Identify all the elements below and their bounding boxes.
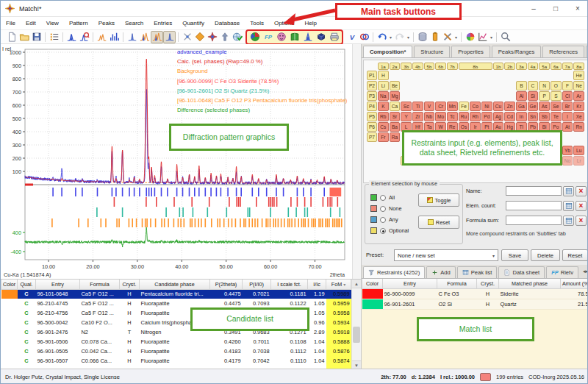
- element-cell-C[interactable]: C: [528, 81, 539, 90]
- reference-database-icon[interactable]: [288, 31, 301, 43]
- menu-search[interactable]: Search: [120, 18, 148, 28]
- match-col-entry[interactable]: Entry: [383, 279, 437, 288]
- element-cell-As[interactable]: As: [539, 102, 550, 111]
- redo-menu-icon[interactable]: ▾: [406, 35, 411, 40]
- pattern-options-menu-icon[interactable]: ▾: [489, 35, 494, 40]
- match-col-color[interactable]: Color: [362, 279, 383, 288]
- candidate-col-i-ic[interactable]: I/Ic: [308, 280, 326, 289]
- tab-properties[interactable]: Properties: [451, 46, 490, 57]
- tools-icon[interactable]: [441, 31, 453, 43]
- group-header-5b[interactable]: 5b: [424, 63, 435, 70]
- element-cell-Sn[interactable]: Sn: [528, 112, 539, 121]
- element-cell-Sc[interactable]: Sc: [401, 102, 412, 111]
- tab-add[interactable]: Add: [426, 266, 456, 278]
- candidate-col-p-i-i0-[interactable]: P(I/I0): [243, 280, 271, 289]
- element-cell-At[interactable]: At: [562, 122, 573, 132]
- group-header-2b[interactable]: 2b: [504, 63, 515, 70]
- elem-count-picker-icon[interactable]: [563, 201, 574, 211]
- group-header-7a[interactable]: 7a: [562, 63, 573, 70]
- element-cell-Rn[interactable]: Rn: [573, 122, 584, 132]
- group-header-4b[interactable]: 4b: [412, 63, 423, 70]
- reset-preset-button[interactable]: Reset: [562, 249, 588, 261]
- element-cell-Lr[interactable]: Lr: [573, 156, 584, 166]
- period-button-P2[interactable]: P2: [367, 81, 377, 90]
- menu-tools[interactable]: Tools: [245, 18, 269, 28]
- element-cell-Ba[interactable]: Ba: [390, 122, 401, 132]
- element-cell-Mo[interactable]: Mo: [435, 112, 446, 121]
- element-cell-Li[interactable]: Li: [378, 81, 389, 90]
- element-cell-Ar[interactable]: Ar: [573, 91, 584, 101]
- element-cell-Te[interactable]: Te: [551, 112, 562, 121]
- element-cell-Cl[interactable]: Cl: [562, 91, 573, 101]
- search-match-icon[interactable]: [275, 31, 287, 43]
- tab-peak-list[interactable]: Peak list: [457, 266, 498, 278]
- element-cell-Ag[interactable]: Ag: [493, 112, 504, 121]
- element-cell-Rb[interactable]: Rb: [378, 112, 389, 121]
- match-col-amount-[interactable]: Amount (%) ▾: [561, 279, 588, 288]
- minimize-button[interactable]: –: [523, 1, 545, 16]
- element-cell-Zn[interactable]: Zn: [504, 102, 515, 111]
- element-cell-Ni[interactable]: Ni: [481, 102, 492, 111]
- group-header-1a[interactable]: 1a: [378, 63, 389, 70]
- search-match-star-icon[interactable]: [206, 31, 218, 43]
- menu-peaks[interactable]: Peaks: [93, 18, 120, 28]
- period-button-P3[interactable]: P3: [367, 91, 377, 101]
- element-cell-Ne[interactable]: Ne: [573, 81, 584, 90]
- match-table[interactable]: ColorEntryFormulaCryst.Matched phaseAmou…: [362, 279, 588, 310]
- element-cell-Kr[interactable]: Kr: [573, 102, 584, 111]
- candidate-col-candidate-phase[interactable]: Candidate phase: [140, 280, 210, 289]
- period-button-P1[interactable]: P1: [367, 71, 377, 80]
- element-cell-Xe[interactable]: Xe: [573, 112, 584, 121]
- undo-menu-icon[interactable]: ▾: [388, 35, 393, 40]
- element-cell-Ca[interactable]: Ca: [390, 102, 401, 111]
- element-cell-Cs[interactable]: Cs: [378, 122, 389, 132]
- scroll-thumb[interactable]: [353, 327, 360, 343]
- menu-edit[interactable]: Edit: [21, 18, 41, 28]
- candidate-scrollbar[interactable]: ▲ ▼: [351, 280, 361, 369]
- group-header-8a[interactable]: 8a: [573, 63, 584, 70]
- candidate-col-color[interactable]: Color: [1, 280, 18, 289]
- delete-preset-button[interactable]: Delete: [531, 249, 560, 261]
- element-cell-Ra[interactable]: Ra: [390, 132, 401, 142]
- tab-peaks-ranges[interactable]: Peaks/Ranges: [492, 46, 541, 57]
- candidate-col-fom[interactable]: FoM ▾: [326, 280, 351, 289]
- element-cell-Al[interactable]: Al: [516, 91, 527, 101]
- quantitative-analysis-icon[interactable]: [248, 31, 261, 43]
- diffraction-chart[interactable]: 100200300400500600700800900100010.0020.0…: [1, 44, 361, 279]
- import-arrow-icon[interactable]: [218, 31, 231, 43]
- element-cell-Pd[interactable]: Pd: [481, 112, 492, 121]
- menu-database[interactable]: Database: [209, 18, 245, 28]
- element-cell-Ge[interactable]: Ge: [528, 102, 539, 111]
- element-cell-Si[interactable]: Si: [528, 91, 539, 101]
- match-col-cryst-[interactable]: Cryst.: [477, 279, 499, 288]
- element-cell-Yb[interactable]: Yb: [562, 146, 573, 155]
- element-cell-Ga[interactable]: Ga: [516, 102, 527, 111]
- redo-icon[interactable]: [393, 31, 406, 43]
- match-col-matched-phase[interactable]: Matched phase: [499, 279, 561, 288]
- candidate-col-cryst-[interactable]: Cryst.: [120, 280, 140, 289]
- reset-elements-button[interactable]: Reset: [418, 216, 459, 229]
- candidate-row[interactable]: C96-101-0648Ca5 F O12 ...HPentacalcium f…: [1, 289, 351, 299]
- tools-menu-icon[interactable]: ▾: [453, 35, 459, 40]
- database-manager-icon[interactable]: [416, 31, 429, 43]
- candidate-col-i-scale-fct-[interactable]: I scale fct.: [271, 280, 308, 289]
- preset-select[interactable]: None / new set ▾: [394, 249, 498, 261]
- period-button-P4[interactable]: P4: [367, 102, 377, 111]
- scroll-up-icon[interactable]: ▲: [352, 280, 361, 288]
- menu-view[interactable]: View: [41, 18, 64, 28]
- element-cell-P[interactable]: P: [539, 91, 550, 101]
- group-header-3a[interactable]: 3a: [516, 63, 527, 70]
- peak-search-icon[interactable]: [65, 31, 78, 43]
- online-update-icon[interactable]: [231, 31, 243, 43]
- element-cell-Se[interactable]: Se: [551, 102, 562, 111]
- data-cube-icon[interactable]: [315, 31, 327, 43]
- group-header-1b[interactable]: 1b: [493, 63, 504, 70]
- element-cell-Tc[interactable]: Tc: [447, 112, 458, 121]
- menu-pattern[interactable]: Pattern: [64, 18, 93, 28]
- element-cell-Sr[interactable]: Sr: [390, 112, 401, 121]
- undo-icon[interactable]: [376, 31, 388, 43]
- element-cell-Sb[interactable]: Sb: [539, 112, 550, 121]
- period-button-P5[interactable]: P5: [367, 112, 377, 121]
- zoom-icon[interactable]: [499, 31, 512, 43]
- pattern-view-both-icon[interactable]: [151, 31, 163, 43]
